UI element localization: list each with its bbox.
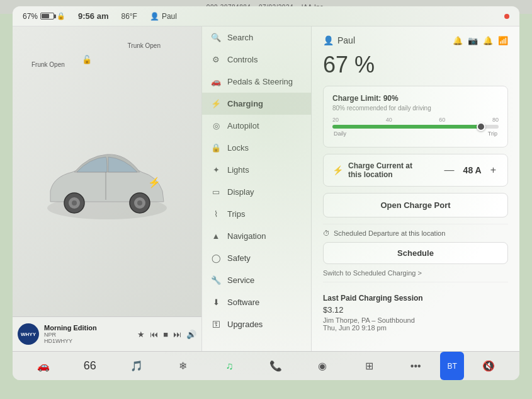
nav-autopilot[interactable]: ◎ Autopilot: [202, 115, 311, 137]
svg-text:⚡: ⚡: [148, 176, 161, 188]
open-charge-port-button[interactable]: Open Charge Port: [323, 193, 508, 217]
music-controls[interactable]: ★ ⏮ ■ ⏭ 🔊: [137, 330, 196, 339]
taskbar: 🚗 66 🎵 ❄ ♫ 📞 ◉ ⊞ ••• BT 🔇: [13, 351, 519, 380]
nav-navigation[interactable]: ▲ Navigation: [202, 225, 311, 247]
nav-service[interactable]: 🔧 Service: [202, 269, 311, 291]
bell-icon[interactable]: 🔔: [483, 36, 493, 45]
slider-thumb[interactable]: [477, 122, 485, 131]
favorite-btn[interactable]: ★: [137, 330, 145, 339]
taskbar-spotify[interactable]: ♫: [207, 352, 253, 380]
nav-software-label: Software: [227, 298, 259, 307]
nav-icon-nav: ▲: [211, 231, 221, 241]
nav-pedals[interactable]: 🚗 Pedals & Steering: [202, 71, 311, 93]
media-icon: 🎵: [130, 360, 143, 372]
controls-icon: ⚙: [211, 55, 221, 64]
nav-display-label: Display: [227, 187, 254, 197]
last-charging-date: Thu, Jun 20 9:18 pm: [323, 324, 508, 332]
battery-fill: [42, 14, 49, 18]
music-player: WHYY Morning Edition NPR HD1WHYY ★ ⏮ ■ ⏭…: [13, 316, 201, 351]
alarm-icon[interactable]: 🔔: [453, 36, 463, 45]
pedals-icon: 🚗: [211, 77, 221, 86]
schedule-button[interactable]: Schedule: [323, 242, 508, 264]
dots-icon: •••: [410, 361, 421, 372]
speaker-icon[interactable]: 🔊: [186, 330, 196, 339]
clock-icon: ⏱: [323, 229, 330, 237]
user-action-icons: 🔔 📷 🔔 📶: [453, 36, 508, 45]
frunk-label: Frunk Open: [31, 61, 65, 68]
current-label-text: Charge Current at this location: [348, 161, 412, 179]
taskbar-climate[interactable]: ❄: [160, 352, 207, 380]
slider-labels: 20 40 60 80: [332, 117, 499, 123]
nav-locks[interactable]: 🔒 Locks: [202, 137, 311, 159]
nav-charging-label: Charging: [227, 99, 263, 108]
charge-limit-card: Charge Limit: 90% 80% recommended for da…: [323, 86, 508, 147]
search-icon: 🔍: [211, 33, 221, 42]
current-controls[interactable]: — 48 A +: [442, 165, 499, 176]
tesla-screen: 67% 🔒 9:56 am 86°F 👤 Paul Frunk Open 🔓 T…: [13, 6, 519, 380]
current-plus-btn[interactable]: +: [488, 165, 499, 176]
nav-safety[interactable]: ◯ Safety: [202, 247, 311, 269]
radio-logo: WHYY: [18, 323, 39, 345]
music-network: NPR: [44, 332, 132, 338]
next-btn[interactable]: ⏭: [173, 330, 181, 339]
taskbar-car[interactable]: 🚗: [20, 352, 67, 380]
nav-lights-label: Lights: [227, 165, 249, 175]
user-name: Paul: [162, 12, 177, 21]
user-name-header: 👤 Paul: [323, 35, 355, 45]
battery-icon: [40, 13, 54, 20]
nav-charging[interactable]: ⚡ Charging: [202, 93, 311, 115]
status-user: 👤 Paul: [150, 12, 177, 21]
svg-point-6: [137, 200, 142, 205]
taskbar-bluetooth[interactable]: BT: [440, 352, 464, 380]
nav-autopilot-label: Autopilot: [227, 121, 259, 130]
last-charging-location: Jim Thorpe, PA – Southbound: [323, 316, 508, 324]
nav-controls[interactable]: ⚙ Controls: [202, 49, 311, 71]
nav-pedals-label: Pedals & Steering: [227, 77, 293, 86]
current-label-line2: this location: [348, 170, 412, 179]
charging-panel: 👤 Paul 🔔 📷 🔔 📶 67 % Charge Limit: 90% 80…: [312, 26, 519, 351]
nav-search[interactable]: 🔍 Search: [202, 26, 311, 49]
main-area: Frunk Open 🔓 Trunk Open: [13, 26, 519, 351]
charge-slider-container[interactable]: 20 40 60 80 Daily Trip: [332, 117, 499, 137]
nav-lights[interactable]: ✦ Lights: [202, 159, 311, 181]
nav-upgrades[interactable]: ⚿ Upgrades: [202, 313, 311, 335]
status-bar: 67% 🔒 9:56 am 86°F 👤 Paul: [13, 6, 519, 26]
taskbar-volume[interactable]: 🔇: [465, 352, 512, 380]
charge-recommendation: 80% recommended for daily driving: [332, 105, 499, 112]
scheduled-label-text: Scheduled Departure at this location: [334, 229, 445, 237]
trips-icon: ⌇: [211, 209, 221, 219]
taskbar-media[interactable]: 🎵: [113, 352, 160, 380]
status-temp: 86°F: [121, 12, 137, 21]
slider-track[interactable]: [332, 125, 499, 129]
nav-menu: 🔍 Search ⚙ Controls 🚗 Pedals & Steering …: [201, 26, 312, 351]
user-display-name: Paul: [337, 35, 355, 45]
taskbar-phone[interactable]: 📞: [253, 352, 300, 380]
nav-locks-label: Locks: [227, 143, 249, 153]
camera-icon[interactable]: 📷: [468, 36, 478, 45]
taskbar-nav[interactable]: ◉: [299, 352, 346, 380]
taskbar-dots[interactable]: •••: [392, 352, 439, 380]
switch-charging-link[interactable]: Switch to Scheduled Charging >: [323, 269, 508, 277]
current-value: 48 A: [463, 165, 482, 175]
charge-current-label: ⚡ Charge Current at this location: [332, 161, 412, 179]
charge-current-card: ⚡ Charge Current at this location — 48 A…: [323, 154, 508, 187]
status-time: 9:56 am: [78, 11, 108, 21]
stop-btn[interactable]: ■: [163, 330, 168, 339]
software-icon: ⬇: [211, 298, 221, 307]
nav-display[interactable]: ▭ Display: [202, 181, 311, 203]
prev-btn[interactable]: ⏮: [150, 330, 158, 339]
daily-marker: Daily: [334, 130, 346, 137]
user-profile-icon: 👤: [323, 35, 334, 45]
nav-software[interactable]: ⬇ Software: [202, 291, 311, 313]
taskbar-speed: 66: [67, 352, 113, 380]
bluetooth-icon: BT: [447, 362, 456, 371]
nav-trips[interactable]: ⌇ Trips: [202, 203, 311, 225]
svg-point-3: [72, 200, 77, 205]
spotify-icon: ♫: [226, 361, 234, 372]
current-minus-btn[interactable]: —: [442, 165, 457, 176]
apps-icon: ⊞: [365, 360, 373, 372]
bluetooth-header-icon[interactable]: 📶: [498, 36, 508, 45]
taskbar-apps[interactable]: ⊞: [346, 352, 392, 380]
nav-safety-label: Safety: [227, 253, 251, 263]
phone-icon: 📞: [269, 360, 282, 372]
